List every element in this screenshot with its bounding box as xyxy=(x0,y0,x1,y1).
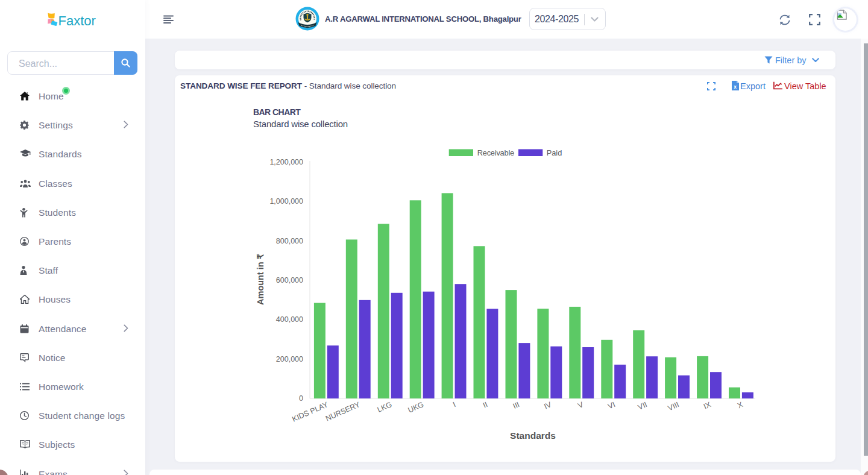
svg-text:KIDS PLAY: KIDS PLAY xyxy=(291,400,330,424)
svg-text:1,200,000: 1,200,000 xyxy=(269,158,303,166)
svg-text:Standards: Standards xyxy=(510,430,556,441)
svg-text:LKG: LKG xyxy=(376,400,394,414)
svg-text:VIII: VIII xyxy=(667,400,681,412)
svg-text:X: X xyxy=(736,400,744,410)
svg-text:0: 0 xyxy=(299,394,303,403)
svg-text:Paid: Paid xyxy=(547,148,562,157)
svg-text:II: II xyxy=(482,400,489,410)
svg-text:Amount in ₹: Amount in ₹ xyxy=(256,254,265,305)
svg-text:800,000: 800,000 xyxy=(276,237,303,245)
svg-text:Faxtor: Faxtor xyxy=(58,13,96,28)
svg-text:Standard wise collection: Standard wise collection xyxy=(253,119,348,129)
svg-text:I: I xyxy=(451,400,457,409)
svg-text:1,000,000: 1,000,000 xyxy=(269,197,303,206)
svg-text:400,000: 400,000 xyxy=(276,315,303,324)
svg-text:IV: IV xyxy=(542,400,553,411)
svg-text:NURSERY: NURSERY xyxy=(324,400,362,423)
svg-text:VI: VI xyxy=(606,400,616,411)
svg-text:III: III xyxy=(512,400,521,411)
svg-text:IX: IX xyxy=(702,400,712,411)
svg-text:BAR CHART: BAR CHART xyxy=(253,107,301,117)
svg-text:Receivable: Receivable xyxy=(477,148,514,157)
svg-text:UKG: UKG xyxy=(407,400,425,415)
svg-text:200,000: 200,000 xyxy=(276,355,303,363)
svg-text:VII: VII xyxy=(637,400,649,412)
svg-text:V: V xyxy=(577,400,585,410)
svg-text:600,000: 600,000 xyxy=(276,276,303,285)
